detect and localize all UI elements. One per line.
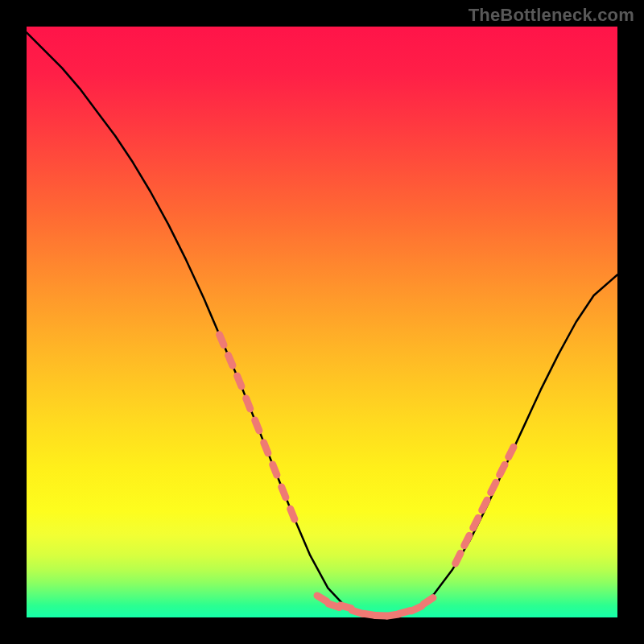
- dash-segment: [482, 500, 487, 510]
- dash-segment: [282, 487, 286, 497]
- dash-segment: [456, 553, 460, 564]
- dash-segment: [464, 535, 469, 546]
- dash-segment: [246, 398, 250, 409]
- dash-segment: [500, 464, 505, 475]
- dash-segment: [491, 482, 496, 493]
- dash-segment: [509, 447, 514, 457]
- dash-segment: [291, 509, 295, 519]
- dash-segment: [264, 443, 268, 453]
- dash-segment: [317, 596, 327, 601]
- outer-frame: TheBottleneck.com: [0, 0, 644, 644]
- dash-segment: [229, 355, 233, 365]
- bottleneck-curve: [27, 27, 617, 617]
- dash-segment: [220, 335, 225, 345]
- watermark-text: TheBottleneck.com: [469, 5, 634, 26]
- dash-segment: [237, 376, 242, 386]
- dash-segment: [411, 606, 422, 611]
- dash-segment: [423, 598, 433, 605]
- dash-segment: [341, 605, 352, 609]
- dash-segment: [273, 464, 277, 475]
- dash-segment: [473, 518, 478, 528]
- plot-gradient-area: [27, 27, 617, 617]
- dash-segment: [255, 420, 259, 431]
